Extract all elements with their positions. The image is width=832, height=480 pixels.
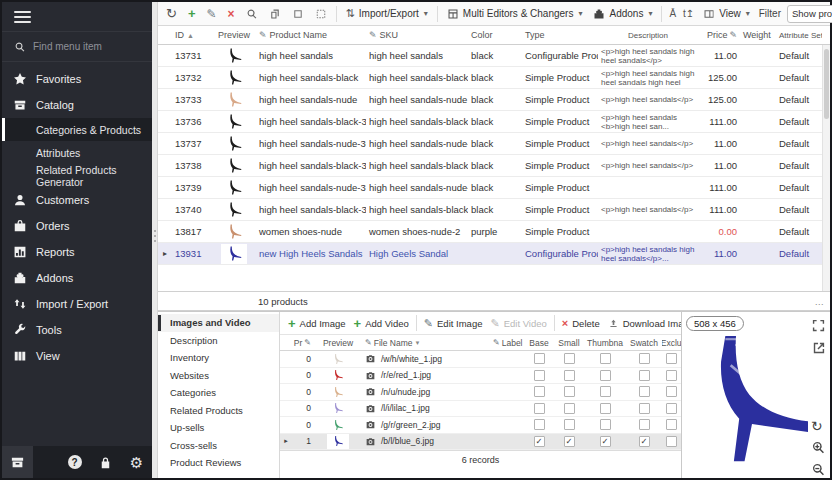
- tab-images-and-video[interactable]: Images and Video: [158, 314, 279, 332]
- settings-button[interactable]: ⚙: [121, 446, 152, 478]
- small-checkbox[interactable]: ✓: [564, 436, 575, 447]
- column-header-position[interactable]: Pr✎: [292, 338, 314, 348]
- scrollbar-thumb[interactable]: [824, 49, 829, 119]
- product-row[interactable]: 13731 high heel sandals high heel sandal…: [158, 45, 822, 67]
- tab-description[interactable]: Description: [158, 332, 279, 350]
- sidebar-item-attributes[interactable]: Attributes: [2, 141, 152, 164]
- image-row[interactable]: 0 /w/h/white_1.jpg: [280, 351, 681, 368]
- image-row[interactable]: 0 /l/i/lilac_1.jpg: [280, 401, 681, 418]
- edit-video-button[interactable]: ✎Edit Video: [487, 316, 549, 331]
- thumbnail-checkbox[interactable]: [600, 386, 611, 397]
- tab-related-products[interactable]: Related Products: [158, 402, 279, 420]
- column-header-swatch[interactable]: Swatch: [626, 338, 662, 348]
- product-row[interactable]: 13817 women shoes-nude women shoes-nude-…: [158, 221, 822, 243]
- thumbnail-checkbox[interactable]: [600, 403, 611, 414]
- add-image-button[interactable]: +Add Image: [285, 315, 349, 332]
- font-size-button[interactable]: Ā: [667, 8, 678, 19]
- small-checkbox[interactable]: [564, 370, 575, 381]
- column-header-description[interactable]: Description: [598, 31, 698, 40]
- product-row[interactable]: 13739 high heel sandals-nude-37 high hee…: [158, 177, 822, 199]
- tab-websites[interactable]: Websites: [158, 367, 279, 385]
- category-filter-select[interactable]: Show products from selected categories▾: [787, 5, 832, 23]
- swatch-checkbox[interactable]: [639, 353, 650, 364]
- search-products-button[interactable]: [242, 6, 262, 22]
- addons-button[interactable]: Addons▾: [589, 6, 656, 22]
- image-row[interactable]: 0 /n/u/nude.jpg: [280, 384, 681, 401]
- swatch-checkbox[interactable]: [639, 386, 650, 397]
- product-row[interactable]: 13738 high heel sandals-black-37 high he…: [158, 155, 822, 177]
- open-external-button[interactable]: [811, 340, 826, 355]
- base-checkbox[interactable]: [534, 419, 545, 430]
- tab-inventory[interactable]: Inventory: [158, 349, 279, 367]
- checkbox-mode-button[interactable]: [288, 6, 308, 22]
- refresh-button[interactable]: ↻: [162, 5, 181, 22]
- exclude-checkbox[interactable]: [666, 419, 677, 430]
- thumbnail-checkbox[interactable]: [600, 419, 611, 430]
- sidebar-item-favorites[interactable]: Favorites: [2, 66, 152, 92]
- exclude-checkbox[interactable]: [666, 403, 677, 414]
- zoom-in-button[interactable]: [811, 440, 826, 455]
- column-header-sku[interactable]: ✎SKU: [366, 30, 468, 40]
- image-row[interactable]: 0 /r/e/red_1.jpg: [280, 368, 681, 385]
- grid-vertical-scrollbar[interactable]: [822, 45, 830, 291]
- column-header-preview[interactable]: Preview: [314, 338, 362, 348]
- sidebar-item-catalog[interactable]: Catalog: [2, 92, 152, 118]
- base-checkbox[interactable]: [534, 403, 545, 414]
- column-header-exclude[interactable]: ✎Exclude: [662, 338, 681, 348]
- product-row[interactable]: 13740 high heel sandals-black-38 high he…: [158, 199, 822, 221]
- exclude-checkbox[interactable]: [666, 386, 677, 397]
- swatch-checkbox[interactable]: [639, 370, 650, 381]
- swatch-checkbox[interactable]: [639, 419, 650, 430]
- product-row[interactable]: 13737 high heel sandals-nude-36 high hee…: [158, 133, 822, 155]
- tab-up-sells[interactable]: Up-sells: [158, 419, 279, 437]
- product-row[interactable]: ▸ 13931 new High Heels Sandals High Geel…: [158, 243, 822, 265]
- column-header-thumbnail[interactable]: Thumbna: [584, 338, 626, 348]
- base-checkbox[interactable]: [534, 370, 545, 381]
- column-header-attribute-set[interactable]: Attribute Set Name: [776, 31, 822, 40]
- base-checkbox[interactable]: [534, 353, 545, 364]
- delete-product-button[interactable]: ×: [224, 6, 239, 22]
- column-header-file-name[interactable]: ✎File Name▼: [362, 338, 490, 348]
- column-header-base[interactable]: Base: [524, 338, 554, 348]
- select-cells-button[interactable]: [311, 6, 331, 22]
- sidebar-item-related-products-generator[interactable]: Related Products Generator: [2, 164, 152, 187]
- tab-cross-sells[interactable]: Cross-sells: [158, 437, 279, 455]
- menu-toggle-button[interactable]: [2, 2, 152, 32]
- add-video-button[interactable]: +Add Video: [351, 315, 412, 332]
- multi-editors-button[interactable]: Multi Editors & Changers▾: [443, 6, 587, 22]
- view-button[interactable]: View▾: [699, 6, 754, 22]
- edit-product-button[interactable]: ✎: [203, 6, 221, 22]
- import-export-button[interactable]: ⇅Import/Export▾: [342, 6, 432, 21]
- product-row[interactable]: 13733 high heel sandals-nude high heel s…: [158, 89, 822, 111]
- column-header-price[interactable]: Price✎: [698, 30, 740, 40]
- swatch-checkbox[interactable]: [639, 403, 650, 414]
- base-checkbox[interactable]: [534, 386, 545, 397]
- sidebar-search[interactable]: [2, 32, 152, 62]
- column-header-preview[interactable]: Preview: [212, 30, 256, 40]
- tab-product-reviews[interactable]: Product Reviews: [158, 454, 279, 472]
- swatch-checkbox[interactable]: ✓: [639, 436, 650, 447]
- store-button[interactable]: [2, 446, 33, 478]
- column-header-type[interactable]: Type: [522, 30, 598, 40]
- exclude-checkbox[interactable]: [666, 370, 677, 381]
- image-row[interactable]: 0 /g/r/green_2.jpg: [280, 417, 681, 434]
- edit-image-button[interactable]: ✎Edit Image: [421, 316, 486, 331]
- sidebar-item-view[interactable]: View: [2, 343, 152, 369]
- fit-to-window-button[interactable]: [811, 318, 826, 333]
- row-height-button[interactable]: t↥: [681, 8, 696, 19]
- delete-image-button[interactable]: ×Delete: [559, 316, 603, 331]
- column-header-product-name[interactable]: ✎Product Name: [256, 30, 366, 40]
- sidebar-item-reports[interactable]: Reports: [2, 239, 152, 265]
- small-checkbox[interactable]: [564, 403, 575, 414]
- sidebar-item-customers[interactable]: Customers: [2, 187, 152, 213]
- sidebar-item-tools[interactable]: Tools: [2, 317, 152, 343]
- small-checkbox[interactable]: [564, 386, 575, 397]
- small-checkbox[interactable]: [564, 419, 575, 430]
- add-product-button[interactable]: +: [184, 5, 200, 22]
- column-header-weight[interactable]: Weight: [740, 30, 776, 40]
- sidebar-item-categories-products[interactable]: Categories & Products: [2, 118, 152, 141]
- lock-button[interactable]: [90, 446, 121, 478]
- sidebar-search-input[interactable]: [33, 41, 133, 52]
- tab-categories[interactable]: Categories: [158, 384, 279, 402]
- column-header-small[interactable]: Small: [554, 338, 584, 348]
